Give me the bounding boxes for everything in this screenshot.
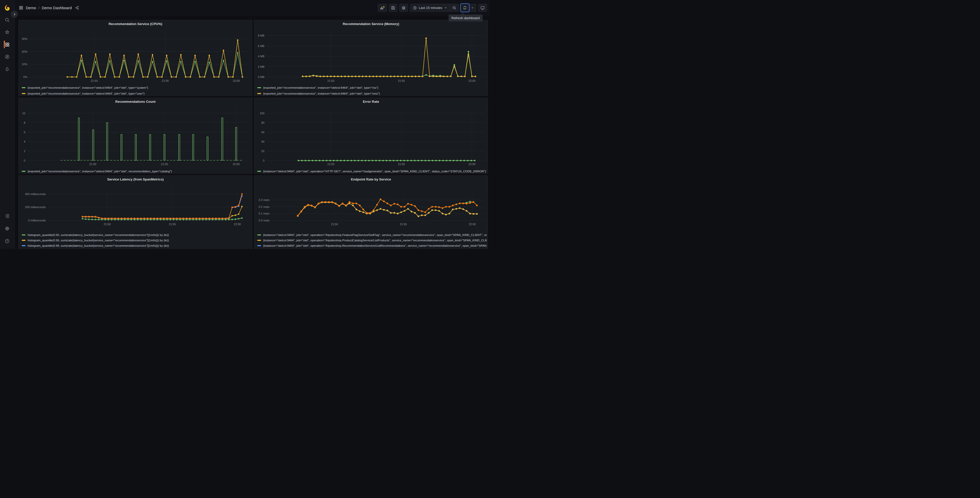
y-axis-label: 0 MB (256, 75, 264, 79)
legend-item[interactable]: {exported_job="recommendationservice", i… (257, 85, 487, 90)
legend-item[interactable]: histogram_quantile(0.99, sum(rate(latenc… (22, 243, 251, 248)
x-axis-label: 21:55 (156, 162, 173, 166)
legend-series-marker (257, 240, 261, 241)
dashboard-header: Demo / Demo Dashboard (14, 0, 490, 16)
legend-series-marker (22, 93, 25, 94)
y-axis-label: 0 milliseconds (20, 219, 46, 222)
legend-item[interactable]: {exported_job="recommendationservice", i… (22, 91, 251, 96)
legend-series-label: {instance="otelcol:9464", job="otel", op… (263, 170, 486, 173)
legend-item[interactable]: {instance="otelcol:9464", job="otel", op… (257, 169, 487, 173)
legend-series-label: {exported_job="recommendationservice", i… (28, 86, 148, 89)
active-indicator (4, 41, 5, 48)
panel-recommendation-memory: Recommendation Service (Memory) {exporte… (254, 20, 488, 96)
legend-series-marker (257, 235, 261, 235)
chart-canvas[interactable] (29, 30, 249, 77)
x-axis-label: 21:55 (164, 222, 180, 226)
legend-series-label: {exported_job="recommendationservice", i… (28, 170, 172, 173)
x-axis-label: 21:50 (86, 79, 102, 83)
legend-item[interactable]: {exported_job="recommendationservice", i… (22, 169, 251, 173)
panel-recommendation-cpu: Recommendation Service (CPU%) {exported_… (18, 20, 252, 96)
x-axis-label: 22:00 (228, 79, 245, 83)
x-axis-label: 22:00 (229, 222, 245, 226)
x-axis-label: 22:00 (228, 162, 244, 166)
legend-series-label: {instance="otelcol:9464", job="otel", op… (263, 233, 487, 236)
panel-title[interactable]: Recommendations Count (19, 100, 252, 104)
sidebar-expand-button[interactable] (11, 11, 18, 18)
refresh-interval-dropdown[interactable] (469, 4, 476, 12)
y-axis-label: 0 (20, 159, 25, 162)
legend-series-label: histogram_quantile(0.50, sum(rate(latenc… (28, 233, 169, 236)
legend-series-label: {exported_job="recommendationservice", i… (263, 86, 379, 89)
y-axis-label: 80 (256, 121, 264, 124)
chart-canvas[interactable] (47, 188, 249, 220)
legend-item[interactable]: histogram_quantile(0.999, sum(rate(laten… (22, 249, 251, 249)
sidebar-item-settings[interactable] (2, 224, 12, 233)
grafana-logo-icon[interactable] (3, 4, 11, 12)
time-range-picker[interactable]: Last 15 minutes (410, 4, 450, 12)
legend-item[interactable]: histogram_quantile(0.95, sum(rate(latenc… (22, 238, 251, 243)
y-axis-label: 0.3 req/s (256, 198, 269, 202)
y-axis-label: 200 milliseconds (20, 205, 46, 209)
clock-icon (413, 6, 417, 10)
sidebar-item-search[interactable] (2, 15, 12, 25)
panel-title[interactable]: Recommendation Service (CPU%) (19, 22, 252, 26)
panel-title[interactable]: Service Latency (from SpanMetrics) (19, 177, 252, 181)
panel-title[interactable]: Recommendation Service (Memory) (254, 22, 488, 26)
breadcrumb-folder[interactable]: Demo (26, 6, 36, 10)
x-axis-label: 22:00 (464, 222, 480, 226)
y-axis-label: 30% (20, 37, 27, 41)
legend-series-label: histogram_quantile(0.99, sum(rate(latenc… (28, 244, 169, 247)
x-axis-label: 21:50 (99, 222, 115, 226)
legend-item[interactable]: {instance="otelcol:9464", job="otel", op… (257, 232, 487, 238)
zoom-out-icon (452, 6, 457, 10)
chevron-down-icon (471, 6, 474, 10)
x-axis-label: 21:55 (395, 222, 412, 226)
legend-item[interactable]: histogram_quantile(0.50, sum(rate(latenc… (22, 232, 251, 238)
x-axis-label: 21:55 (393, 79, 409, 83)
legend-item[interactable]: {instance="otelcol:9464", job="otel", op… (257, 249, 487, 249)
legend-item[interactable]: {instance="otelcol:9464", job="otel", op… (257, 243, 487, 248)
y-axis-label: 40 (256, 140, 264, 144)
sidebar-item-dashboards[interactable] (2, 40, 12, 49)
y-axis-label: 2 (20, 149, 25, 153)
save-dashboard-button[interactable] (389, 4, 397, 12)
cycle-view-mode-button[interactable] (478, 4, 487, 12)
x-axis-label: 21:50 (84, 162, 101, 166)
legend-item[interactable]: {exported_job="recommendationservice", i… (22, 85, 251, 90)
chart-canvas[interactable] (266, 30, 485, 77)
x-axis-label: 21:55 (157, 79, 173, 83)
y-axis-label: 0 (256, 159, 264, 162)
time-controls-group: Last 15 minutes (410, 4, 458, 12)
legend-item[interactable]: {instance="otelcol:9464", job="otel", op… (257, 238, 487, 243)
legend-series-marker (22, 171, 25, 172)
sidebar-item-starred[interactable] (2, 27, 12, 37)
dashboard-settings-button[interactable] (399, 4, 408, 12)
panel-title[interactable]: Endpoint Rate by Service (254, 177, 488, 181)
sidebar: ? (0, 0, 14, 249)
tooltip-label: Refresh dashboard (452, 16, 480, 20)
legend-series-marker (22, 87, 25, 88)
panel-error-rate: Error Rate {instance="otelcol:9464", job… (254, 97, 488, 174)
refresh-button[interactable] (461, 4, 469, 12)
chart-canvas[interactable] (27, 109, 249, 161)
grafana-dashboard: { "breadcrumb": {"section": "Demo", "sep… (0, 0, 490, 249)
monitor-icon (480, 6, 485, 10)
sidebar-item-alerting[interactable] (2, 64, 12, 74)
breadcrumb-separator: / (38, 6, 39, 10)
share-dashboard-button[interactable] (75, 6, 79, 10)
legend-item[interactable]: {exported_job="recommendationservice", i… (257, 91, 487, 96)
sidebar-item-sign-in[interactable] (2, 211, 12, 221)
legend-series-marker (22, 235, 25, 235)
sidebar-item-help[interactable]: ? (2, 236, 12, 246)
svg-text:?: ? (6, 240, 8, 243)
chart-canvas[interactable] (271, 188, 485, 220)
chart-canvas[interactable] (266, 109, 485, 161)
zoom-out-time-button[interactable] (450, 4, 458, 12)
y-axis-label: 10 (20, 112, 25, 115)
breadcrumb-dashboard-title[interactable]: Demo Dashboard (41, 6, 72, 10)
x-axis-label: 22:00 (464, 79, 480, 83)
legend-series-label: {instance="otelcol:9464", job="otel", op… (263, 239, 487, 242)
panel-title[interactable]: Error Rate (254, 100, 488, 104)
add-panel-button[interactable] (378, 4, 387, 12)
sidebar-item-explore[interactable] (2, 52, 12, 62)
